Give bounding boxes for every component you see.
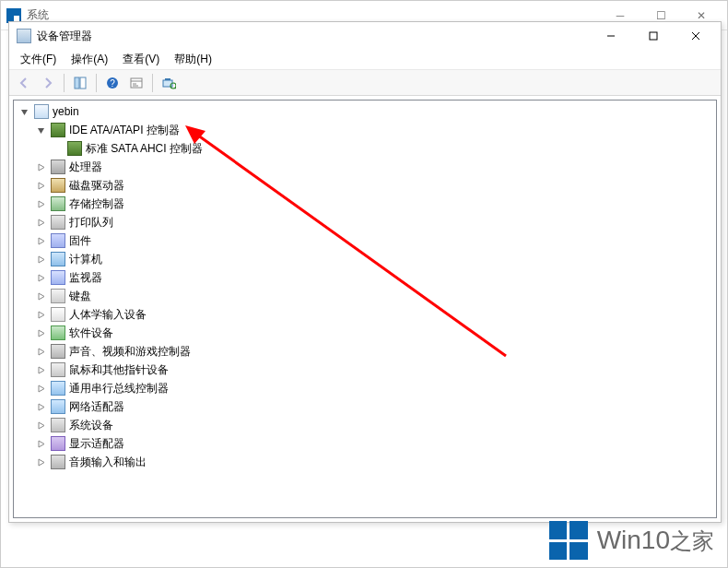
tree-node-network[interactable]: 网络适配器 bbox=[14, 397, 716, 416]
expand-collapse-icon[interactable] bbox=[34, 234, 47, 247]
tree-node-diskdrive[interactable]: 磁盘驱动器 bbox=[14, 176, 716, 195]
menu-action[interactable]: 操作(A) bbox=[64, 50, 115, 69]
svg-rect-1 bbox=[650, 32, 657, 40]
tree-node-label: 网络适配器 bbox=[69, 397, 130, 416]
ahci-controller-icon bbox=[67, 141, 82, 156]
system-device-icon bbox=[51, 418, 65, 432]
expand-collapse-icon[interactable] bbox=[34, 400, 47, 413]
expand-collapse-icon[interactable] bbox=[34, 437, 47, 450]
svg-text:?: ? bbox=[110, 78, 115, 89]
tree-node-label: 计算机 bbox=[69, 250, 108, 268]
keyboard-icon bbox=[51, 289, 65, 303]
svg-line-15 bbox=[175, 88, 176, 89]
device-manager-window: 设备管理器 文件(F) 操作(A) 查看(V) 帮助(H) bbox=[8, 21, 722, 523]
device-tree-pane[interactable]: yebin IDE ATA/ATAPI 控制器 标准 SATA AHCI 控制器… bbox=[13, 100, 717, 518]
processor-icon bbox=[51, 160, 65, 174]
tree-node-keyboard[interactable]: 键盘 bbox=[14, 287, 716, 305]
toolbar-show-hide-tree-button[interactable] bbox=[69, 72, 91, 94]
tree-node-label: 监视器 bbox=[69, 268, 108, 287]
minimize-button[interactable] bbox=[590, 23, 632, 49]
tree-root-node[interactable]: yebin bbox=[14, 102, 716, 121]
tree-node-audio[interactable]: 音频输入和输出 bbox=[14, 453, 716, 471]
expand-collapse-icon[interactable] bbox=[34, 271, 47, 284]
tree-node-label: 软件设备 bbox=[69, 324, 119, 342]
expand-collapse-icon[interactable] bbox=[34, 216, 47, 229]
expand-collapse-icon[interactable] bbox=[18, 105, 30, 118]
toolbar-forward-button[interactable] bbox=[37, 72, 59, 94]
tree-node-processor[interactable]: 处理器 bbox=[14, 158, 716, 176]
svg-rect-13 bbox=[165, 78, 170, 80]
toolbar-separator bbox=[152, 74, 153, 92]
tree-node-ahci[interactable]: 标准 SATA AHCI 控制器 bbox=[14, 139, 716, 158]
toolbar-back-button[interactable] bbox=[13, 72, 35, 94]
tree-root-label: yebin bbox=[53, 102, 85, 121]
tree-node-label: 音频输入和输出 bbox=[69, 453, 152, 471]
tree-node-storage[interactable]: 存储控制器 bbox=[14, 195, 716, 213]
ide-controller-icon bbox=[51, 123, 65, 137]
expand-collapse-icon[interactable] bbox=[34, 124, 47, 136]
windows-logo-icon bbox=[549, 521, 588, 560]
expand-collapse-icon[interactable] bbox=[34, 160, 47, 173]
expand-collapse-icon[interactable] bbox=[34, 345, 47, 358]
printer-icon bbox=[51, 215, 65, 230]
computer-root-icon bbox=[34, 104, 49, 119]
watermark-brand: Win10 bbox=[597, 526, 670, 554]
svg-rect-4 bbox=[75, 77, 79, 89]
tree-node-hid[interactable]: 人体学输入设备 bbox=[14, 305, 716, 324]
menubar: 文件(F) 操作(A) 查看(V) 帮助(H) bbox=[9, 50, 721, 70]
expand-collapse-icon[interactable] bbox=[34, 363, 47, 376]
tree-node-ide[interactable]: IDE ATA/ATAPI 控制器 bbox=[14, 121, 716, 139]
tree-node-printqueue[interactable]: 打印队列 bbox=[14, 213, 716, 231]
toolbar-separator bbox=[96, 74, 97, 92]
audio-io-icon bbox=[51, 455, 65, 469]
window-title: 设备管理器 bbox=[37, 29, 92, 44]
disk-drive-icon bbox=[51, 178, 65, 193]
close-button[interactable] bbox=[675, 23, 717, 49]
expand-collapse-icon[interactable] bbox=[34, 326, 47, 339]
tree-node-label: 处理器 bbox=[69, 158, 108, 176]
expand-collapse-icon[interactable] bbox=[34, 290, 47, 302]
toolbar-separator bbox=[64, 74, 65, 92]
expand-collapse-icon[interactable] bbox=[34, 308, 47, 321]
watermark-text: Win10之家 bbox=[597, 526, 714, 556]
tree-node-mouse[interactable]: 鼠标和其他指针设备 bbox=[14, 361, 716, 379]
tree-node-usb[interactable]: 通用串行总线控制器 bbox=[14, 379, 716, 397]
toolbar-scan-hardware-button[interactable] bbox=[158, 72, 180, 94]
tree-node-firmware[interactable]: 固件 bbox=[14, 231, 716, 250]
tree-node-monitor[interactable]: 监视器 bbox=[14, 268, 716, 287]
tree-node-sound[interactable]: 声音、视频和游戏控制器 bbox=[14, 342, 716, 361]
toolbar: ? bbox=[9, 70, 721, 96]
svg-rect-5 bbox=[80, 77, 86, 89]
menu-view[interactable]: 查看(V) bbox=[115, 50, 167, 69]
tree-node-label: 系统设备 bbox=[69, 416, 119, 434]
maximize-button[interactable] bbox=[632, 23, 675, 49]
firmware-icon bbox=[51, 233, 65, 248]
expand-collapse-icon[interactable] bbox=[34, 419, 47, 432]
tree-node-software[interactable]: 软件设备 bbox=[14, 324, 716, 342]
expand-collapse-icon[interactable] bbox=[34, 253, 47, 266]
expand-collapse-icon[interactable] bbox=[34, 456, 47, 468]
mouse-icon bbox=[51, 362, 65, 377]
tree-node-display[interactable]: 显示适配器 bbox=[14, 434, 716, 453]
tree-node-computer[interactable]: 计算机 bbox=[14, 250, 716, 268]
tree-node-label: IDE ATA/ATAPI 控制器 bbox=[69, 121, 185, 139]
toolbar-help-button[interactable]: ? bbox=[101, 72, 123, 94]
toolbar-properties-button[interactable] bbox=[125, 72, 147, 94]
menu-help[interactable]: 帮助(H) bbox=[167, 50, 219, 69]
computer-icon bbox=[51, 252, 65, 266]
expand-collapse-icon[interactable] bbox=[34, 179, 47, 192]
tree-node-system[interactable]: 系统设备 bbox=[14, 416, 716, 434]
hid-icon bbox=[51, 307, 65, 322]
monitor-icon bbox=[51, 270, 65, 285]
titlebar[interactable]: 设备管理器 bbox=[9, 22, 721, 50]
storage-controller-icon bbox=[51, 196, 65, 211]
expand-collapse-icon[interactable] bbox=[34, 197, 47, 210]
tree-node-label: 磁盘驱动器 bbox=[69, 176, 130, 195]
network-adapter-icon bbox=[51, 399, 65, 414]
tree-node-label: 声音、视频和游戏控制器 bbox=[69, 342, 196, 361]
menu-file[interactable]: 文件(F) bbox=[13, 50, 64, 69]
expand-collapse-icon[interactable] bbox=[34, 382, 47, 395]
tree-node-label: 打印队列 bbox=[69, 213, 119, 231]
tree-node-label: 通用串行总线控制器 bbox=[69, 379, 174, 397]
tree-node-label: 标准 SATA AHCI 控制器 bbox=[86, 139, 208, 158]
